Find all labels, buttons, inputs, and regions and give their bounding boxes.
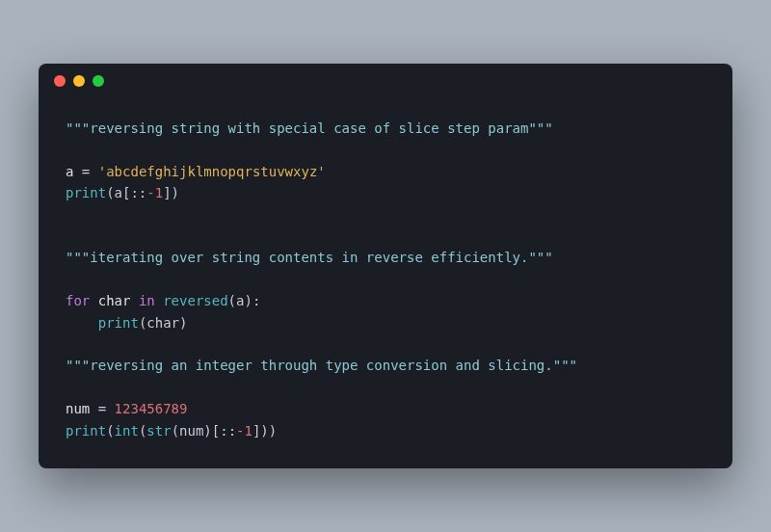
close-icon[interactable]: [54, 75, 66, 87]
variable: num: [66, 401, 90, 416]
code-block: """reversing string with special case of…: [39, 98, 732, 468]
number: -1: [236, 423, 253, 439]
punctuation: (a):: [228, 293, 261, 308]
docstring: """reversing an integer through type con…: [66, 358, 577, 373]
punctuation: ])): [253, 423, 277, 439]
string-literal: 'abcdefghijklmnopqrstuvwxyz': [98, 164, 326, 179]
operator: =: [90, 401, 114, 416]
window-titlebar: [39, 64, 732, 98]
punctuation: (num)[::: [172, 423, 236, 439]
function-call: print: [98, 315, 139, 331]
variable: char: [90, 293, 139, 308]
maximize-icon[interactable]: [93, 75, 104, 87]
keyword: in: [139, 293, 155, 308]
function-call: print: [66, 423, 106, 439]
indent: [66, 315, 98, 331]
punctuation: (char): [139, 315, 188, 331]
keyword: for: [66, 293, 90, 308]
docstring: """iterating over string contents in rev…: [66, 250, 553, 265]
number: 123456789: [115, 401, 188, 416]
operator: =: [73, 164, 97, 179]
function-call: str: [146, 423, 171, 439]
punctuation: (a[::: [106, 185, 146, 200]
code-window: """reversing string with special case of…: [39, 64, 732, 468]
docstring: """reversing string with special case of…: [66, 120, 553, 136]
punctuation: (: [106, 423, 114, 439]
function-call: print: [66, 185, 106, 200]
number: -1: [146, 185, 163, 200]
function-call: int: [115, 423, 139, 439]
function-call: reversed: [155, 293, 228, 308]
punctuation: ]): [163, 185, 179, 200]
minimize-icon[interactable]: [73, 75, 85, 87]
